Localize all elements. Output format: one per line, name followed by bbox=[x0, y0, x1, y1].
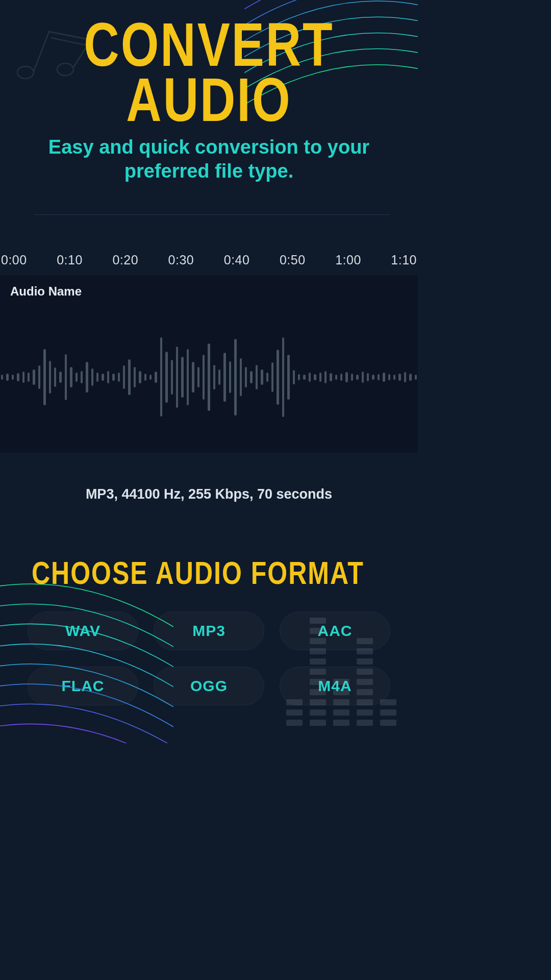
waveform-bar bbox=[12, 375, 14, 380]
waveform-bar bbox=[118, 373, 120, 382]
waveform-bar bbox=[70, 367, 72, 387]
waveform-bar bbox=[218, 370, 220, 385]
page-title: CONVERT AUDIO bbox=[0, 17, 418, 128]
waveform-bar bbox=[393, 375, 395, 380]
waveform-bar bbox=[134, 367, 136, 387]
waveform-bar bbox=[181, 357, 183, 398]
waveform-bar bbox=[234, 339, 236, 415]
timeline-tick: 1:10 bbox=[391, 253, 417, 269]
waveform-bar bbox=[256, 365, 258, 389]
waveform-bar bbox=[282, 337, 284, 417]
waveform-bar bbox=[102, 374, 104, 381]
format-option-wav[interactable]: WAV bbox=[28, 611, 138, 650]
timeline-ruler[interactable]: 0:00 0:10 0:20 0:30 0:40 0:50 1:00 1:10 bbox=[0, 253, 418, 269]
waveform-bar bbox=[59, 372, 61, 383]
waveform-bar bbox=[187, 349, 189, 405]
waveform-bar bbox=[250, 371, 252, 383]
audio-meta-text: MP3, 44100 Hz, 255 Kbps, 70 seconds bbox=[0, 486, 418, 502]
waveform-bar bbox=[155, 372, 157, 383]
waveform-bar bbox=[383, 373, 385, 382]
waveform-bar bbox=[356, 375, 358, 380]
waveform-bar bbox=[49, 361, 51, 394]
timeline-tick: 0:30 bbox=[168, 253, 194, 269]
waveform-bar bbox=[372, 375, 374, 380]
waveform-bar bbox=[261, 370, 263, 385]
timeline-tick: 0:10 bbox=[57, 253, 83, 269]
waveform-bar bbox=[197, 367, 199, 387]
waveform-bar bbox=[17, 373, 19, 381]
waveform-bar bbox=[415, 375, 417, 380]
timeline-tick: 0:00 bbox=[1, 253, 27, 269]
waveform-bar bbox=[144, 374, 146, 381]
waveform-bar bbox=[330, 373, 332, 381]
waveform-bar bbox=[165, 352, 167, 403]
format-option-mp3[interactable]: MP3 bbox=[154, 611, 264, 650]
timeline-tick: 1:00 bbox=[335, 253, 361, 269]
waveform-bar bbox=[38, 365, 40, 389]
waveform-bar bbox=[367, 373, 369, 381]
waveform-bar bbox=[86, 362, 88, 393]
waveform-bar bbox=[314, 374, 316, 380]
waveform-bar bbox=[245, 367, 247, 387]
waveform-bar bbox=[149, 375, 152, 380]
waveform-bar bbox=[229, 361, 231, 393]
format-label: WAV bbox=[65, 622, 101, 640]
format-label: OGG bbox=[190, 677, 228, 695]
format-option-flac[interactable]: FLAC bbox=[28, 667, 138, 705]
divider bbox=[35, 214, 390, 215]
waveform-bar bbox=[404, 372, 406, 382]
waveform-bar bbox=[223, 353, 226, 402]
waveform-bar bbox=[208, 344, 210, 411]
waveform-bar bbox=[388, 374, 390, 380]
waveform-bar bbox=[160, 337, 162, 416]
waveform-bar bbox=[123, 365, 125, 389]
waveform-bar bbox=[345, 372, 347, 382]
waveform-bar bbox=[398, 374, 400, 381]
waveform-bar bbox=[240, 358, 242, 396]
waveform-bar bbox=[128, 359, 130, 395]
waveform-bar bbox=[298, 374, 300, 380]
waveform-bar bbox=[33, 370, 35, 385]
waveform-bar bbox=[81, 371, 83, 383]
waveform-bar bbox=[351, 374, 353, 381]
timeline-tick: 0:20 bbox=[112, 253, 138, 269]
waveform-bar bbox=[171, 360, 173, 395]
waveform-bar bbox=[192, 362, 194, 393]
waveform-bar bbox=[54, 368, 56, 387]
equalizer-decoration bbox=[286, 618, 396, 726]
timeline-tick: 0:50 bbox=[280, 253, 306, 269]
waveform-bar bbox=[112, 374, 114, 381]
waveform-bar bbox=[335, 375, 337, 380]
waveform[interactable] bbox=[0, 321, 418, 433]
waveform-bar bbox=[76, 373, 78, 382]
waveform-bar bbox=[378, 374, 380, 380]
waveform-bar bbox=[293, 370, 295, 384]
waveform-bar bbox=[287, 355, 289, 400]
waveform-bar bbox=[28, 373, 30, 382]
waveform-bar bbox=[303, 375, 305, 380]
waveform-bar bbox=[43, 349, 45, 405]
format-section-heading: CHOOSE AUDIO FORMAT bbox=[32, 555, 418, 592]
waveform-bar bbox=[362, 372, 364, 383]
audio-track-card: Audio Name bbox=[0, 275, 418, 453]
page-subtitle: Easy and quick conversion to your prefer… bbox=[46, 135, 372, 184]
waveform-bar bbox=[309, 373, 311, 382]
waveform-bar bbox=[6, 374, 8, 381]
format-label: MP3 bbox=[192, 622, 226, 640]
waveform-bar bbox=[324, 371, 327, 383]
waveform-bar bbox=[176, 347, 178, 408]
waveform-bar bbox=[409, 374, 411, 381]
waveform-bar bbox=[340, 374, 342, 381]
waveform-bar bbox=[91, 369, 93, 386]
waveform-bar bbox=[213, 365, 215, 389]
waveform-bar bbox=[22, 372, 24, 383]
timeline-tick: 0:40 bbox=[224, 253, 250, 269]
waveform-bar bbox=[139, 371, 141, 383]
waveform-bar bbox=[277, 350, 279, 405]
waveform-bar bbox=[1, 375, 3, 380]
waveform-bar bbox=[266, 373, 268, 382]
waveform-bar bbox=[271, 362, 273, 392]
waveform-bar bbox=[319, 373, 321, 382]
waveform-bar bbox=[203, 355, 205, 400]
format-option-ogg[interactable]: OGG bbox=[154, 667, 264, 705]
